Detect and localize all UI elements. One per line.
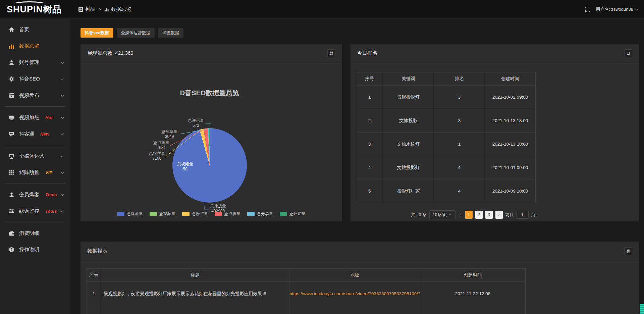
fullscreen-icon[interactable]: [585, 7, 590, 12]
sidebar-item-video-publish[interactable]: 视频发布: [0, 87, 70, 104]
page-button-2[interactable]: 2: [475, 211, 483, 219]
sidebar-divider: [5, 222, 65, 222]
ranking-title: 今日排名: [357, 50, 377, 56]
ranking-panel: 今日排名 日 序号 关键词 排名 创建时间 1景观投影灯32021-10-02 …: [351, 44, 639, 221]
breadcrumb-current[interactable]: 数据总览: [104, 6, 131, 12]
pie-label-likes: 总点赞量7681: [152, 140, 171, 150]
svg-text:?: ?: [10, 248, 12, 252]
day-toggle-button[interactable]: 日: [624, 49, 632, 57]
total-toggle-button[interactable]: 总: [327, 49, 335, 57]
table-header-row: 序号 标题 地址 创建时间: [87, 269, 526, 282]
sidebar-item-douketong[interactable]: 抖客通 New: [0, 126, 70, 142]
legend-item-fans[interactable]: 总粉丝量: [182, 211, 208, 217]
sidebar-item-home[interactable]: 首页: [0, 21, 70, 38]
sidebar-divider: [5, 145, 65, 145]
legend-swatch: [117, 212, 124, 216]
header-right: 用户名: zswodun88: [585, 6, 644, 12]
report-panel-header: 数据报表: [80, 242, 639, 261]
tab-media-operation-data[interactable]: 全媒体运营数据: [117, 28, 155, 38]
table-row[interactable]: 1 景观投影灯，夜游景观投影灯厂家展示展示落花灯在花园里的灯光投影应用效果 # …: [87, 282, 526, 306]
monitor-icon: [9, 115, 14, 120]
sidebar-item-consume-detail[interactable]: 消费明细: [0, 225, 70, 242]
goto-label: 前往: [505, 212, 514, 218]
breadcrumb-root[interactable]: 树品: [78, 6, 95, 12]
pie-chart: D音SEO数据量总览 总评论量572 总分享量3049 总点赞量7681: [80, 63, 342, 221]
chevron-down-icon: [60, 171, 64, 175]
col-keyword: 关键词: [383, 72, 434, 86]
app-grid-icon: [78, 7, 83, 12]
video-link[interactable]: https://www.iesdouyin.com/share/video/70…: [289, 291, 420, 296]
user-icon: [9, 60, 14, 65]
sidebar-item-member-baoke[interactable]: 会员爆客 Tools: [0, 187, 70, 203]
home-icon: [9, 27, 14, 33]
table-row[interactable]: 1景观投影灯32021-10-02 09:00: [356, 86, 536, 109]
overview-panel-header: 展现量总数: 421,369: [80, 44, 342, 63]
table-row[interactable]: 2文旅投影32021-10-13 18:00: [356, 109, 536, 133]
goto-page-input[interactable]: [517, 211, 529, 219]
legend-item-shares[interactable]: 总分享量: [247, 211, 273, 217]
legend-swatch: [182, 212, 190, 216]
chevron-down-icon: [60, 193, 64, 197]
table-toggle-button[interactable]: 表: [624, 247, 632, 255]
wallet-icon: [9, 230, 14, 236]
legend-item-comments[interactable]: 总评论量: [280, 211, 306, 217]
page-button-3[interactable]: 3: [485, 211, 493, 219]
sliders-icon: [9, 208, 14, 214]
next-page-button[interactable]: ›: [495, 211, 503, 219]
table-header-row: 序号 关键词 排名 创建时间: [356, 72, 536, 86]
col-index: 序号: [356, 72, 383, 86]
legend-item-videos[interactable]: 总视频量: [150, 211, 175, 217]
overview-panel: 展现量总数: 421,369 总 D音SEO数据量总览 总评论量572 总分享量: [80, 44, 342, 221]
sidebar-item-data-overview[interactable]: 数据总览: [0, 38, 70, 54]
sidebar-divider: [5, 184, 65, 184]
logo[interactable]: SHUPIN树品: [0, 0, 70, 19]
table-row[interactable]: 4文旅投影灯42021-10-01 09:00: [356, 156, 536, 179]
chevron-down-icon: [60, 77, 64, 81]
legend-item-plays[interactable]: 总播放量: [117, 211, 143, 217]
pie-label-fans: 总粉丝量7100: [148, 151, 166, 161]
chevron-down-icon: [60, 209, 64, 213]
gear-icon: [9, 76, 14, 82]
chart-legend: 总播放量 总视频量 总粉丝量 总点赞量 总分享量 总评论量: [80, 211, 342, 217]
sidebar-item-operation-guide[interactable]: ? 操作说明: [0, 242, 70, 258]
new-badge: New: [40, 132, 49, 137]
col-rank: 排名: [434, 72, 485, 86]
question-circle-icon: ?: [9, 247, 14, 253]
bar-chart-icon: [104, 7, 109, 12]
chevron-down-icon: [635, 7, 639, 11]
sidebar-item-media-operation[interactable]: 全媒体运营: [0, 148, 70, 164]
sidebar-item-matrix-boost[interactable]: 矩阵助推 VIP: [0, 164, 70, 181]
legend-item-likes[interactable]: 总点赞量: [215, 211, 240, 217]
page-button-1[interactable]: 1: [465, 211, 473, 219]
tab-inquiry-data[interactable]: 询盘数据: [158, 28, 183, 38]
legend-swatch: [247, 212, 255, 216]
ranking-table: 序号 关键词 排名 创建时间 1景观投影灯32021-10-02 09:00 2…: [356, 72, 536, 203]
chevron-down-icon: [60, 132, 64, 136]
user-menu[interactable]: 用户名: zswodun88: [596, 6, 639, 12]
sidebar-item-clue-monitor[interactable]: 线索监控 Tools: [0, 203, 70, 219]
main-content: 抖音seo数据 全媒体运营数据 询盘数据 展现量总数: 421,369 总 D音…: [70, 19, 644, 314]
sidebar-item-douyin-seo[interactable]: 抖音SEO: [0, 71, 70, 87]
sidebar-item-account[interactable]: 账号管理: [0, 54, 70, 71]
col-url: 地址: [289, 269, 420, 282]
monitor-icon: [9, 153, 14, 159]
page-size-select[interactable]: 10条/页: [429, 210, 455, 219]
legend-swatch: [150, 212, 157, 216]
chevron-down-icon: [60, 94, 64, 98]
table-row[interactable]: 3文旅水纹灯12021-10-13 18:00: [356, 133, 536, 156]
table-row[interactable]: [87, 306, 526, 314]
user-icon: [9, 192, 14, 198]
chevron-down-icon: [448, 213, 452, 216]
floating-widget-icon[interactable]: [640, 304, 644, 314]
username-label: 用户名: zswodun88: [596, 6, 633, 12]
report-panel: 数据报表 表 序号 标题 地址 创建时间 1 景观投影灯，夜游景观投影灯厂家: [80, 242, 639, 314]
sidebar: 首页 数据总览 账号管理 抖音SEO 视频发布 视频加热 Hot: [0, 19, 70, 314]
chevron-down-icon: [60, 61, 64, 65]
logo-arc: [13, 1, 46, 7]
bar-chart-icon: [9, 43, 14, 49]
table-row[interactable]: 5投影灯厂家42021-10-09 18:00: [356, 179, 536, 203]
prev-page-button[interactable]: ‹: [458, 212, 463, 218]
sidebar-item-video-heat[interactable]: 视频加热 Hot: [0, 109, 70, 126]
breadcrumb: 树品 > 数据总览: [78, 6, 131, 12]
tab-douyin-seo-data[interactable]: 抖音seo数据: [80, 28, 113, 38]
